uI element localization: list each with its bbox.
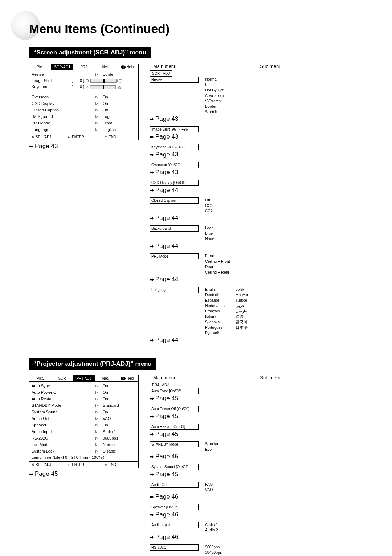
osd-footer-sel: SEL./ADJ. — [29, 462, 66, 468]
sub-list: FAOVAO — [205, 482, 359, 492]
osd-footer-enter: ENTER — [66, 462, 102, 468]
chevron-right-icon — [93, 442, 100, 447]
chevron-right-icon — [93, 396, 100, 402]
tree-node: Closed Caption — [150, 197, 199, 204]
page-ref: Page 43 — [150, 151, 359, 158]
page-ref: Page 43 — [29, 143, 139, 150]
page-ref: Page 44 — [150, 242, 359, 250]
chevron-right-icon — [93, 435, 100, 441]
tree-node: Audio Out — [150, 482, 199, 488]
osd-row: PRJ ModeFront — [32, 120, 136, 126]
osd-row: Image Shift[0 ]▢ - +▢ — [32, 78, 136, 84]
page-ref: Page 45 — [150, 413, 359, 420]
osd-row: ResizeBorder — [32, 71, 136, 78]
chevron-right-icon — [93, 429, 100, 434]
osd-scr-adj: Pict.SCR-ADJPRJNet.Help ResizeBorderImag… — [29, 64, 139, 140]
page-ref: Page 45 — [150, 395, 359, 402]
section-bar-prj-adj: “Projector adjustment (PRJ-ADJ)” menu — [29, 358, 156, 370]
osd-tab: SCR — [51, 375, 73, 381]
osd-row: Audio OutVAO — [32, 415, 136, 422]
chevron-right-icon — [93, 101, 100, 106]
chevron-right-icon — [93, 409, 100, 415]
osd-row: BackgroundLogo — [32, 113, 136, 120]
osd-row: SpeakerOn — [32, 422, 136, 428]
help-icon — [121, 65, 126, 69]
main-menu-header: Main menu — [153, 375, 176, 380]
sub-menu-header: Sub menu — [260, 64, 281, 69]
sub-list: FrontCeiling + FrontRearCeiling + Rear — [205, 253, 359, 275]
arrow-icon — [150, 242, 154, 250]
main-menu-header: Main menu — [153, 64, 176, 69]
osd-row: Lamp Timer(Life) [ 0 ] h [ 0 ] min ( 100… — [32, 454, 136, 461]
osd-tab: PRJ-ADJ — [73, 375, 95, 381]
osd-row: System SoundOn — [32, 409, 136, 415]
arrow-icon — [150, 453, 154, 460]
arrow-icon — [150, 214, 154, 222]
osd-row: Fan ModeNormal — [32, 441, 136, 448]
osd-row: Audio InputAudio 1 — [32, 428, 136, 435]
sub-menu-header: Sub menu — [260, 375, 281, 380]
arrow-icon — [29, 143, 33, 150]
chevron-right-icon — [93, 94, 100, 100]
page-ref: Page 45 — [29, 470, 139, 478]
section-bar-scr-adj: “Screen adjustment (SCR-ADJ)” menu — [29, 47, 151, 58]
osd-tab: Pict. — [29, 375, 51, 381]
arrow-icon — [150, 493, 154, 500]
arrow-icon — [150, 133, 154, 140]
arrow-icon — [150, 430, 154, 438]
arrow-icon — [150, 151, 154, 158]
tree-node: Background — [150, 225, 199, 232]
tree-node: Resize — [150, 77, 199, 83]
chevron-right-icon — [93, 416, 100, 421]
tree-node: OSD Display [On/Off] — [150, 180, 199, 186]
sub-list: EnglishDeutschEspañolNederlandsFrançaisI… — [205, 287, 359, 336]
tree-node: System Sound [On/Off] — [150, 464, 199, 470]
page-ref: Page 44 — [150, 276, 359, 283]
page-ref: Page 44 — [150, 214, 359, 222]
tree-node: Image Shift -96 ↔ +96 — [150, 126, 199, 132]
arrow-icon — [150, 395, 154, 402]
page-ref: Page 45 — [150, 453, 359, 460]
osd-footer-end: END — [102, 134, 138, 140]
arrow-icon — [150, 471, 154, 478]
arrow-icon — [150, 413, 154, 420]
osd-row: Keystone[0 ]▽ - +△ — [32, 84, 136, 90]
page-ref: Page 43 — [150, 133, 359, 140]
osd-tab: PRJ — [73, 64, 95, 70]
chevron-right-icon — [93, 422, 100, 428]
page-ref: Page 46 — [150, 493, 359, 500]
chevron-right-icon — [93, 127, 100, 132]
arrow-icon — [150, 276, 154, 283]
osd-tab: Help — [117, 375, 138, 381]
tree-node: Audio Input — [150, 522, 199, 528]
osd-footer-sel: SEL./ADJ. — [29, 134, 66, 140]
osd-tab: Pict. — [29, 64, 51, 70]
osd-tab: SCR-ADJ — [51, 64, 73, 70]
sub-list: 9600bps38400bps115200bps — [205, 544, 359, 556]
tree-root: PRJ - ADJ — [150, 382, 171, 388]
tree-node: Language — [150, 287, 199, 293]
page-title: Menu Items (Continued) — [29, 22, 359, 36]
arrow-icon — [150, 169, 154, 176]
tree-node: Speaker [On/Off] — [150, 504, 199, 510]
arrow-icon — [150, 187, 154, 194]
arrow-icon — [150, 511, 154, 518]
osd-row: System LockDisable — [32, 448, 136, 454]
chevron-right-icon — [93, 448, 100, 454]
chevron-right-icon — [93, 402, 100, 408]
osd-row: STANDBY ModeStandard — [32, 402, 136, 409]
chevron-right-icon — [93, 383, 100, 389]
tree-node: PRJ Mode — [150, 253, 199, 259]
tree-node: RS-232C — [150, 544, 199, 551]
tree-node: Auto Sync [On/Off] — [150, 388, 199, 394]
page-ref: Page 43 — [150, 169, 359, 176]
sub-list: Audio 1Audio 2 — [205, 522, 359, 533]
page-ref: Page 46 — [150, 533, 359, 541]
sub-list: StandardEco — [205, 441, 359, 452]
chevron-right-icon — [93, 114, 100, 119]
arrow-icon — [150, 533, 154, 541]
page-ref: Page 44 — [150, 187, 359, 194]
chevron-right-icon — [93, 71, 100, 77]
arrow-icon — [29, 470, 33, 478]
arrow-icon — [150, 336, 154, 344]
